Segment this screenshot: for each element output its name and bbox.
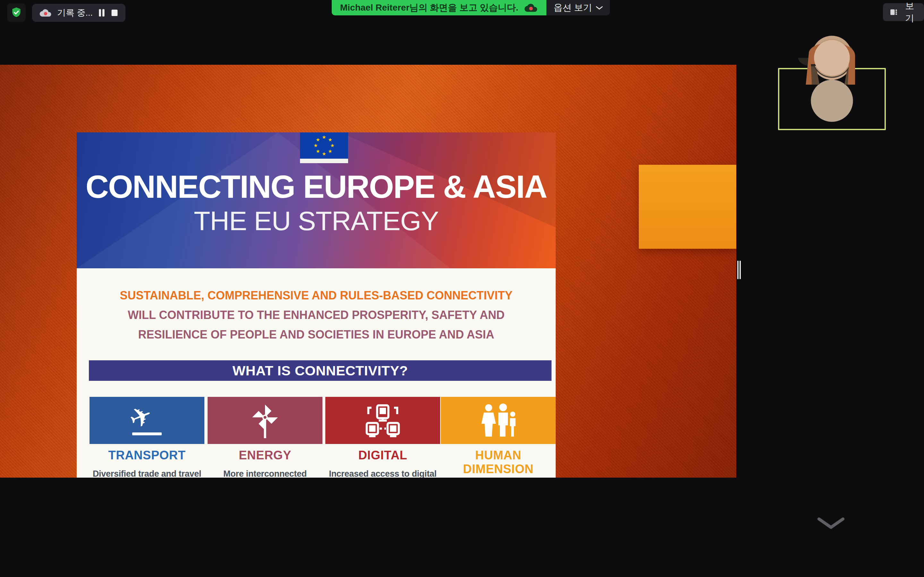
pause-icon <box>98 9 105 17</box>
viewing-banner-text: Michael Reiterer님의 화면을 보고 있습니다. <box>340 2 518 14</box>
recording-label: 기록 중... <box>57 7 93 19</box>
sidebar-resize-handle[interactable] <box>737 261 742 279</box>
orange-sticky-window <box>639 165 736 249</box>
shared-screen-view: ★ ★ ★ ★ ★ ★ ★ ★ CONNECTING EUROPE & ASIA… <box>0 65 736 478</box>
slide-statement: SUSTAINABLE, COMPREHENSIVE AND RULES-BAS… <box>77 285 556 344</box>
chevron-down-icon <box>596 6 603 10</box>
section-banner: WHAT IS CONNECTIVITY? <box>89 360 551 381</box>
column-title: DIGITAL <box>325 448 440 462</box>
viewing-banner: Michael Reiterer님의 화면을 보고 있습니다. 옵션 보기 <box>332 0 610 15</box>
view-layout-icon <box>889 7 898 17</box>
column-title: TRANSPORT <box>89 448 204 462</box>
options-button[interactable]: 옵션 보기 <box>546 0 610 15</box>
presentation-slide: ★ ★ ★ ★ ★ ★ ★ ★ CONNECTING EUROPE & ASIA… <box>77 132 556 478</box>
column-transport: ✈ TRANSPORT Diversified trade and travel… <box>89 397 204 478</box>
slide-header: ★ ★ ★ ★ ★ ★ ★ ★ CONNECTING EUROPE & ASIA… <box>77 132 556 268</box>
stop-recording-button[interactable] <box>111 9 118 17</box>
column-digital: DIGITAL Increased access to digital serv… <box>325 397 440 478</box>
family-icon <box>441 397 556 444</box>
person-silhouette <box>779 26 885 85</box>
options-label: 옵션 보기 <box>553 2 592 14</box>
pause-recording-button[interactable] <box>98 9 105 17</box>
view-label: 보기 <box>902 0 918 24</box>
column-body: Increased access to digital services whi… <box>325 467 440 478</box>
column-title: ENERGY <box>208 448 322 462</box>
airplane-takeoff-icon: ✈ <box>89 397 204 444</box>
recording-cloud-icon <box>39 8 52 17</box>
column-human-dimension: HUMAN DIMENSION Advanced cooperation in … <box>441 397 556 478</box>
security-shield-icon[interactable] <box>7 3 26 22</box>
participant-tile-kiara-fiedler[interactable]: Kiara Fiedler <box>779 26 885 85</box>
slide-title: CONNECTING EUROPE & ASIA <box>77 168 556 205</box>
column-body: More interconnected regional energy plat… <box>208 467 322 478</box>
shield-check-icon <box>10 6 23 19</box>
stop-icon <box>111 9 118 17</box>
top-bar: 기록 중... Michael Reiterer님의 화면을 보고 있습니다. … <box>0 0 924 26</box>
chevron-down-icon <box>817 516 845 530</box>
column-title: HUMAN DIMENSION <box>441 448 556 476</box>
view-button[interactable]: 보기 <box>883 3 924 21</box>
slide-subtitle-line: THE EU STRATEGY <box>77 205 556 237</box>
eu-flag: ★ ★ ★ ★ ★ ★ ★ ★ <box>300 132 348 163</box>
column-body: Diversified trade and travel routes link… <box>89 467 204 478</box>
participants-sidebar: Michael Reiterer Sohee Ha Eunyoung Jang … <box>736 26 924 542</box>
recording-indicator: 기록 중... <box>32 4 126 22</box>
scroll-participants-down-button[interactable] <box>817 516 845 530</box>
column-energy: ENERGY More interconnected regional ener… <box>208 397 322 478</box>
connected-screens-icon <box>325 397 440 444</box>
recording-cloud-icon <box>524 3 538 13</box>
wind-turbine-icon <box>208 397 322 444</box>
viewing-banner-green: Michael Reiterer님의 화면을 보고 있습니다. <box>332 0 546 15</box>
